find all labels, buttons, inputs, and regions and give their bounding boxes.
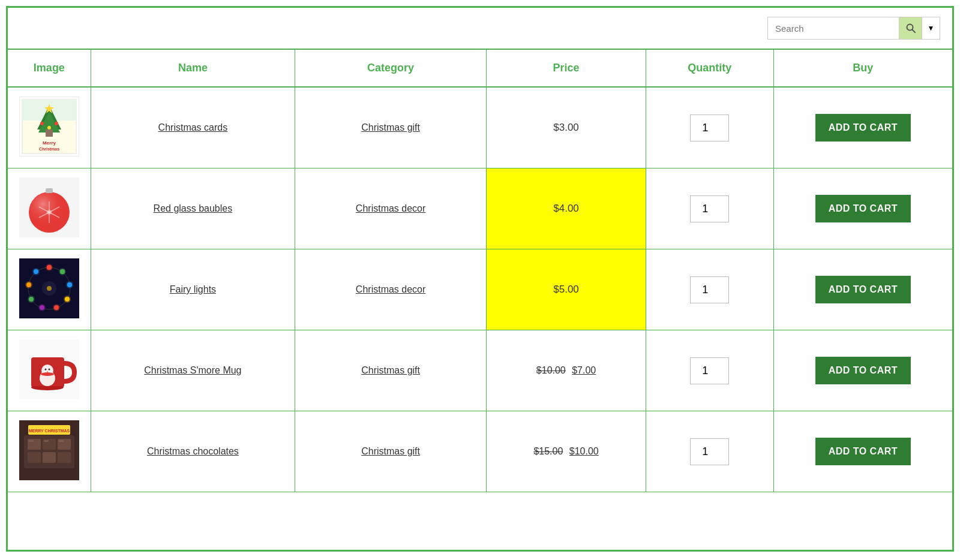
product-category-cell: Christmas gift bbox=[295, 87, 487, 168]
product-price-cell: $3.00 bbox=[487, 87, 646, 168]
table-row: Fairy lights Christmas decor $5.00 ADD T… bbox=[8, 249, 952, 330]
col-header-quantity: Quantity bbox=[646, 50, 773, 87]
product-name-cell: Christmas chocolates bbox=[91, 411, 295, 492]
svg-point-9 bbox=[40, 122, 44, 125]
price-new-display: $7.00 bbox=[572, 365, 596, 375]
price-display: $3.00 bbox=[553, 122, 579, 133]
add-to-cart-button[interactable]: ADD TO CART bbox=[815, 195, 911, 222]
add-to-cart-button[interactable]: ADD TO CART bbox=[815, 114, 911, 141]
svg-point-55 bbox=[47, 371, 48, 372]
svg-point-41 bbox=[38, 304, 46, 311]
search-button[interactable] bbox=[899, 17, 922, 40]
product-name-link[interactable]: Christmas chocolates bbox=[147, 446, 239, 456]
product-name-link[interactable]: Christmas S'more Mug bbox=[144, 365, 241, 375]
svg-point-40 bbox=[53, 304, 60, 311]
product-price-cell-highlighted: $4.00 bbox=[487, 168, 646, 249]
svg-rect-63 bbox=[43, 452, 56, 463]
price-old-display: $15.00 bbox=[533, 446, 563, 456]
table-header-row: Image Name Category Price Quantity Buy bbox=[8, 50, 952, 87]
svg-rect-67 bbox=[59, 440, 64, 442]
product-category-link[interactable]: Christmas gift bbox=[361, 365, 420, 375]
svg-point-54 bbox=[48, 369, 50, 371]
product-name-cell: Christmas S'more Mug bbox=[91, 330, 295, 411]
product-image-cell: Merry Christmas bbox=[8, 87, 91, 168]
add-to-cart-button[interactable]: ADD TO CART bbox=[815, 438, 911, 465]
svg-rect-7 bbox=[46, 130, 53, 137]
product-category-cell: Christmas decor bbox=[295, 168, 487, 249]
svg-point-44 bbox=[32, 268, 40, 275]
product-price-cell: $10.00 $7.00 bbox=[487, 330, 646, 411]
svg-text:Christmas: Christmas bbox=[39, 147, 59, 151]
product-image-cell bbox=[8, 168, 91, 249]
product-category-cell: Christmas decor bbox=[295, 249, 487, 330]
svg-rect-62 bbox=[28, 452, 41, 463]
product-quantity-cell bbox=[646, 411, 773, 492]
product-image: MERRY CHRISTMAS bbox=[19, 420, 79, 480]
table-row: Red glass baubles Christmas decor $4.00 … bbox=[8, 168, 952, 249]
quantity-input[interactable] bbox=[690, 195, 729, 222]
svg-point-53 bbox=[44, 369, 46, 371]
product-category-link[interactable]: Christmas gift bbox=[361, 122, 420, 133]
quantity-input[interactable] bbox=[690, 276, 729, 303]
page-wrapper: ▼ Image Name Category Price Quantity Buy bbox=[6, 6, 954, 552]
product-price-cell: $15.00 $10.00 bbox=[487, 411, 646, 492]
svg-point-11 bbox=[47, 126, 51, 130]
col-header-category: Category bbox=[295, 50, 487, 87]
svg-point-21 bbox=[47, 210, 52, 215]
svg-point-10 bbox=[55, 122, 58, 125]
product-category-link[interactable]: Christmas decor bbox=[356, 203, 425, 213]
product-buy-cell: ADD TO CART bbox=[773, 249, 952, 330]
product-table: Image Name Category Price Quantity Buy bbox=[8, 50, 952, 492]
search-dropdown-button[interactable]: ▼ bbox=[922, 17, 940, 40]
add-to-cart-button[interactable]: ADD TO CART bbox=[815, 357, 911, 384]
svg-point-38 bbox=[66, 281, 73, 288]
svg-rect-66 bbox=[44, 440, 49, 442]
svg-point-36 bbox=[46, 264, 53, 271]
product-image-cell bbox=[8, 249, 91, 330]
price-new-display: $10.00 bbox=[569, 446, 599, 456]
svg-point-46 bbox=[47, 286, 52, 291]
table-row: MERRY CHRISTMAS Christmas chocolates Chr… bbox=[8, 411, 952, 492]
quantity-input[interactable] bbox=[690, 438, 729, 465]
table-row: Christmas S'more Mug Christmas gift $10.… bbox=[8, 330, 952, 411]
header: ▼ bbox=[8, 8, 952, 50]
product-quantity-cell bbox=[646, 249, 773, 330]
product-image-cell bbox=[8, 330, 91, 411]
search-container: ▼ bbox=[767, 17, 940, 40]
svg-point-39 bbox=[64, 296, 71, 303]
svg-text:Merry: Merry bbox=[43, 140, 56, 146]
product-image bbox=[19, 177, 79, 237]
product-buy-cell: ADD TO CART bbox=[773, 411, 952, 492]
svg-line-1 bbox=[912, 30, 915, 33]
product-image bbox=[19, 339, 79, 399]
col-header-image: Image bbox=[8, 50, 91, 87]
product-quantity-cell bbox=[646, 168, 773, 249]
svg-point-56 bbox=[41, 372, 54, 376]
product-category-cell: Christmas gift bbox=[295, 330, 487, 411]
product-quantity-cell bbox=[646, 87, 773, 168]
product-buy-cell: ADD TO CART bbox=[773, 168, 952, 249]
product-quantity-cell bbox=[646, 330, 773, 411]
product-buy-cell: ADD TO CART bbox=[773, 330, 952, 411]
product-price-cell-highlighted: $5.00 bbox=[487, 249, 646, 330]
add-to-cart-button[interactable]: ADD TO CART bbox=[815, 276, 911, 303]
quantity-input[interactable] bbox=[690, 357, 729, 384]
product-name-link[interactable]: Red glass baubles bbox=[154, 203, 233, 213]
svg-text:MERRY CHRISTMAS: MERRY CHRISTMAS bbox=[29, 429, 70, 433]
chevron-down-icon: ▼ bbox=[928, 24, 935, 32]
price-display: $4.00 bbox=[553, 203, 579, 214]
product-image bbox=[19, 258, 79, 318]
search-icon bbox=[906, 23, 916, 33]
product-category-link[interactable]: Christmas decor bbox=[356, 284, 425, 294]
product-name-link[interactable]: Christmas cards bbox=[158, 122, 228, 133]
product-name-cell: Red glass baubles bbox=[91, 168, 295, 249]
product-category-link[interactable]: Christmas gift bbox=[361, 446, 420, 456]
product-name-cell: Fairy lights bbox=[91, 249, 295, 330]
product-category-cell: Christmas gift bbox=[295, 411, 487, 492]
table-row: Merry Christmas Christmas cards Christma… bbox=[8, 87, 952, 168]
col-header-name: Name bbox=[91, 50, 295, 87]
product-name-cell: Christmas cards bbox=[91, 87, 295, 168]
search-input[interactable] bbox=[767, 17, 899, 40]
product-name-link[interactable]: Fairy lights bbox=[170, 284, 216, 294]
quantity-input[interactable] bbox=[690, 115, 729, 141]
